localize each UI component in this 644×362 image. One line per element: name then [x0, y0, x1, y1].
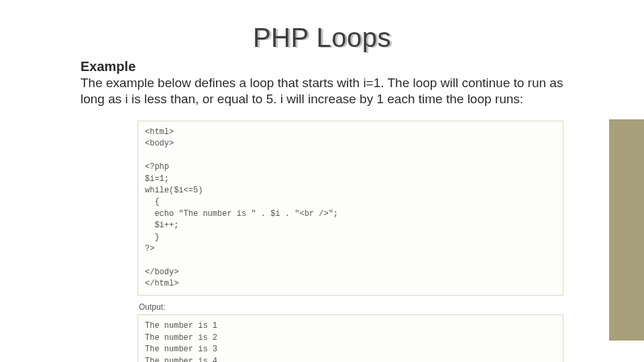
- slide: PHP Loops PHP Loops Example The example …: [0, 0, 644, 362]
- code-figure: <html> <body> <?php $i=1; while($i<=5) {…: [138, 121, 564, 362]
- output-label: Output:: [139, 302, 564, 312]
- decorative-sidebar: [609, 119, 644, 341]
- example-heading: Example: [80, 59, 136, 74]
- title-text: PHP Loops: [253, 23, 391, 52]
- example-description: The example below defines a loop that st…: [80, 75, 590, 107]
- page-title: PHP Loops PHP Loops: [0, 23, 644, 53]
- output-block: The number is 1 The number is 2 The numb…: [138, 314, 564, 362]
- code-block: <html> <body> <?php $i=1; while($i<=5) {…: [138, 121, 564, 296]
